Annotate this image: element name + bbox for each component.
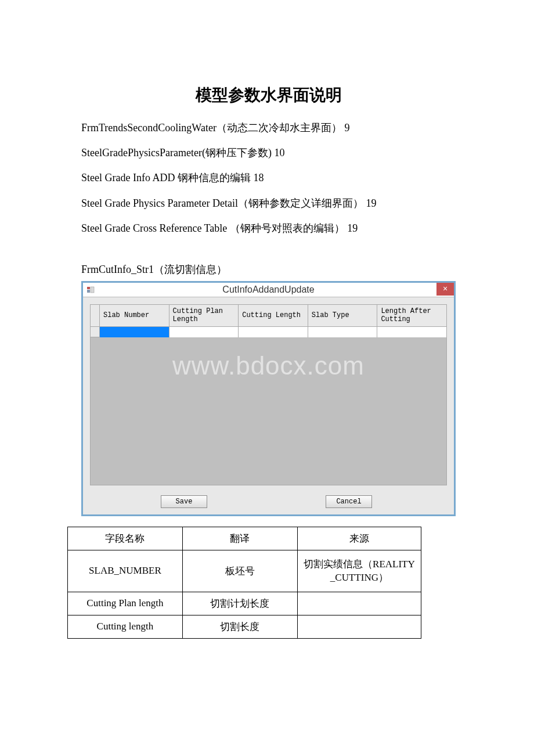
table-row: Cutting length 切割长度	[68, 615, 421, 638]
grid-cell[interactable]	[308, 327, 378, 337]
grid-cell[interactable]	[239, 327, 308, 337]
section-label: FrmCutInfo_Str1（流切割信息）	[81, 262, 456, 276]
grid-row[interactable]	[91, 327, 446, 337]
window-title: CutInfoAddandUpdate	[83, 285, 454, 295]
table-cell: Cutting length	[68, 615, 183, 638]
app-window: CutInfoAddandUpdate × Slab Number Cuttin…	[81, 281, 456, 516]
toc-item: FrmTrendsSecondCoolingWater（动态二次冷却水主界面） …	[81, 121, 456, 135]
grid-cell[interactable]	[169, 327, 239, 337]
column-header[interactable]: Cutting Length	[239, 305, 308, 327]
table-cell: SLAB_NUMBER	[68, 550, 183, 592]
watermark-text: www.bdocx.com	[91, 351, 446, 380]
close-button[interactable]: ×	[436, 283, 454, 296]
table-cell	[297, 592, 421, 615]
table-row: SLAB_NUMBER 板坯号 切割实绩信息（REALITY _CUTTING）	[68, 550, 421, 592]
save-button[interactable]: Save	[161, 495, 207, 508]
table-header: 来源	[297, 527, 421, 550]
table-cell: 板坯号	[182, 550, 297, 592]
grid-cell-selected[interactable]	[100, 327, 169, 337]
column-header[interactable]: Slab Type	[308, 305, 378, 327]
grid-header-row: Slab Number Cutting Plan Length Cutting …	[91, 305, 446, 327]
grid-empty-area: www.bdocx.com	[91, 337, 446, 485]
toc-item: Steel Grade Cross Reference Table （钢种号对照…	[81, 221, 456, 236]
column-header[interactable]: Slab Number	[100, 305, 169, 327]
column-header[interactable]: Cutting Plan Length	[169, 305, 239, 327]
document-title: 模型参数水界面说明	[81, 84, 456, 106]
table-header: 翻译	[182, 527, 297, 550]
table-cell: Cutting Plan length	[68, 592, 183, 615]
button-row: Save Cancel	[83, 491, 454, 514]
table-header-row: 字段名称 翻译 来源	[68, 527, 421, 550]
cancel-button[interactable]: Cancel	[326, 495, 372, 508]
table-cell: 切割计划长度	[182, 592, 297, 615]
data-grid[interactable]: Slab Number Cutting Plan Length Cutting …	[90, 304, 447, 485]
toc-item: SteelGradePhysicsParameter(钢种压下参数) 10	[81, 146, 456, 160]
table-cell: 切割实绩信息（REALITY _CUTTING）	[297, 550, 421, 592]
field-info-table: 字段名称 翻译 来源 SLAB_NUMBER 板坯号 切割实绩信息（REALIT…	[67, 527, 421, 639]
row-selector[interactable]	[91, 327, 100, 337]
row-header-blank	[91, 305, 100, 327]
table-header: 字段名称	[68, 527, 183, 550]
grid-cell[interactable]	[377, 327, 446, 337]
table-row: Cutting Plan length 切割计划长度	[68, 592, 421, 615]
column-header[interactable]: Length After Cutting	[377, 305, 446, 327]
toc-item: Steel Grade Physics Parameter Detail（钢种参…	[81, 196, 456, 211]
table-cell: 切割长度	[182, 615, 297, 638]
titlebar: CutInfoAddandUpdate ×	[83, 283, 454, 297]
toc-item: Steel Grade Info ADD 钢种信息的编辑 18	[81, 171, 456, 185]
table-cell	[297, 615, 421, 638]
